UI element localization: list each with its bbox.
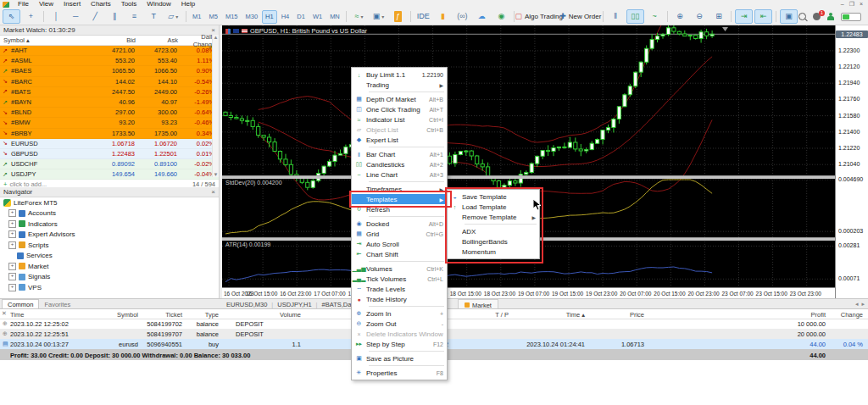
chart-shift-button[interactable]: ⇤: [754, 9, 772, 24]
timeframe-m15[interactable]: M15: [222, 10, 242, 24]
menu-item-load-template[interactable]: ↑Load Template: [448, 202, 539, 212]
pane-splitter[interactable]: [222, 175, 868, 179]
price-axis[interactable]: 1.223001.221201.219401.217601.215801.214…: [835, 25, 868, 298]
fibonacci-tool[interactable]: ≡: [125, 9, 143, 24]
crosshair-tool[interactable]: +: [22, 9, 40, 24]
zoom-in-button[interactable]: ⊕: [670, 9, 688, 24]
menu-item-delete-indicators-window[interactable]: ×Delete Indicators Window: [352, 329, 447, 339]
menu-item-momentum[interactable]: Momentum: [448, 247, 539, 257]
market-watch-row[interactable]: ↗#BAES1065.501066.500.90%: [0, 66, 219, 76]
navigator-titlebar[interactable]: Navigator ×: [0, 187, 219, 197]
expand-icon[interactable]: +: [8, 273, 16, 280]
channel-tool[interactable]: ∥: [106, 9, 124, 24]
trendline-tool[interactable]: ╱: [86, 9, 104, 24]
menu-item-docked[interactable]: ◉DockedAlt+D: [352, 219, 447, 229]
search-icon[interactable]: [798, 13, 806, 20]
time-axis[interactable]: 16 Oct 202316 Oct 15:0016 Oct 23:0017 Oc…: [222, 287, 835, 299]
timeframe-m5[interactable]: M5: [205, 10, 220, 24]
menu-item-buy-limit-1.1[interactable]: ↓Buy Limit 1.11.22190: [352, 69, 447, 80]
menu-item-save-as-picture[interactable]: ▣Save as Picture: [352, 353, 447, 363]
timeframe-w1[interactable]: W1: [309, 10, 326, 24]
close-icon[interactable]: ×: [211, 188, 215, 196]
market-watch-row[interactable]: ↘#BARC144.02144.10-0.54%: [0, 77, 219, 87]
timeframe-m1[interactable]: M1: [189, 10, 204, 24]
cloud-button[interactable]: ☁: [473, 9, 491, 24]
navigator-item-signals[interactable]: +Signals: [0, 272, 219, 283]
timeframe-h4[interactable]: H4: [278, 10, 293, 24]
navigator-item-services[interactable]: Services: [0, 251, 219, 262]
market-watch-row[interactable]: ↗USDJPY149.654149.660-0.04%: [0, 169, 219, 180]
chart-tab-usdjpyh1[interactable]: USDJPY,H1: [273, 301, 315, 308]
menu-item-zoom-out[interactable]: ⊖Zoom Out-: [352, 319, 447, 329]
auto-scroll-button[interactable]: ⇥: [735, 9, 753, 24]
menu-item-zoom-in[interactable]: ⊕Zoom In+: [352, 308, 447, 319]
restore-button[interactable]: ❐: [849, 1, 854, 8]
column-header-ask[interactable]: Ask: [136, 36, 178, 44]
menu-charts[interactable]: Charts: [86, 0, 116, 8]
menu-item-bollingerbands[interactable]: BollingerBands: [448, 236, 539, 247]
menu-item-remove-template[interactable]: Remove Template▶: [448, 212, 539, 222]
menu-item-indicator-list[interactable]: ≈Indicator ListCtrl+I: [352, 114, 447, 125]
menu-item-grid[interactable]: ▦GridCtrl+G: [352, 229, 447, 239]
expand-icon[interactable]: +: [8, 284, 16, 291]
market-watch-row[interactable]: ↗#AHT4721.004723.000.08%: [0, 46, 219, 56]
menu-item-save-template[interactable]: ◒Save Template: [448, 191, 539, 202]
menu-item-candlesticks[interactable]: ▯▯CandlesticksAlt+2: [352, 159, 447, 169]
tile-windows-button[interactable]: ⊞: [709, 9, 727, 24]
expand-icon[interactable]: +: [8, 209, 16, 217]
menu-item-chart-shift[interactable]: ⇤Chart Shift: [352, 249, 447, 259]
menu-insert[interactable]: Insert: [58, 0, 86, 8]
navigator-item-scripts[interactable]: +Scripts: [0, 240, 219, 251]
navigator-item-indicators[interactable]: +Indicators: [0, 219, 219, 230]
minimize-button[interactable]: –: [841, 1, 844, 8]
expand-icon[interactable]: +: [8, 220, 16, 228]
expand-icon[interactable]: +: [8, 230, 16, 238]
menu-item-bar-chart[interactable]: ‖Bar ChartAlt+1: [352, 149, 447, 159]
scripts-button[interactable]: ƒ: [389, 9, 407, 24]
menu-item-tick-volumes[interactable]: ▂▄▂Tick VolumesCtrl+L: [352, 274, 447, 284]
column-header-daily-change[interactable]: Daily Change: [178, 33, 215, 48]
chart-objects-button[interactable]: ▣▾: [370, 9, 387, 24]
pane-splitter[interactable]: [222, 237, 868, 241]
menu-item-trade-history[interactable]: ●Trade History: [352, 294, 447, 304]
menu-help[interactable]: Help: [176, 0, 200, 8]
market-watch-row[interactable]: ↗#BATS2447.502449.00-0.26%: [0, 87, 219, 97]
bar-chart-button[interactable]: ‖: [607, 9, 625, 24]
column-header-bid[interactable]: Bid: [88, 36, 136, 44]
market-watch-row[interactable]: ↘GBPUSD1.224831.225010.01%: [0, 149, 219, 159]
timeframe-h1[interactable]: H1: [262, 10, 277, 24]
expand-icon[interactable]: +: [8, 241, 16, 249]
timeframe-m30[interactable]: M30: [242, 10, 262, 24]
chart-tab-eurusdm30[interactable]: EURUSD,M30: [222, 301, 271, 308]
market-watch-row[interactable]: ↗USDCHF0.890920.89100-0.02%: [0, 159, 219, 169]
indicators-button[interactable]: ≈▾: [350, 9, 368, 24]
metaeditor-button[interactable]: IDE: [415, 9, 432, 24]
market-watch-row[interactable]: ↗#BAYN40.9640.97-1.49%: [0, 97, 219, 108]
market-watch-row[interactable]: ↘#BMW93.2093.23-0.46%: [0, 118, 219, 128]
close-button[interactable]: ×: [860, 1, 863, 8]
community-button[interactable]: ◉: [492, 9, 510, 24]
navigator-item-market[interactable]: +Market: [0, 261, 219, 272]
expand-icon[interactable]: +: [8, 263, 16, 270]
candlesticks-button[interactable]: ▯▯: [626, 9, 644, 24]
menu-item-adx[interactable]: ADX: [448, 226, 539, 236]
algo-trading-button[interactable]: ▢Algo Trading: [518, 9, 560, 24]
menu-item-object-list[interactable]: ▱Object ListCtrl+B: [352, 125, 447, 135]
menu-item-one-click-trading[interactable]: ◫One Click TradingAlt+T: [352, 104, 447, 114]
menu-item-timeframes[interactable]: Timeframes▶: [352, 184, 447, 194]
new-order-button[interactable]: ✚New Order: [562, 9, 599, 24]
menu-item-templates[interactable]: Templates▶: [352, 194, 447, 204]
menu-item-properties[interactable]: ✳PropertiesF8: [352, 368, 447, 378]
market-bag-button[interactable]: ▮: [434, 9, 452, 24]
signals-button[interactable]: (∞): [453, 9, 471, 24]
shapes-tool[interactable]: ▱▾: [164, 9, 182, 24]
menu-item-depth-of-market[interactable]: ▦Depth Of MarketAlt+B: [352, 94, 447, 104]
chart-window[interactable]: GBPUSD, H1: British Pound vs US Dollar S…: [222, 25, 868, 298]
zoom-out-button[interactable]: ⊖: [690, 9, 708, 24]
menu-tools[interactable]: Tools: [116, 0, 142, 8]
menu-file[interactable]: File: [13, 0, 34, 8]
market-watch-row[interactable]: ↗#ASML553.20553.401.11%: [0, 56, 219, 66]
menu-window[interactable]: Window: [142, 0, 175, 8]
navigator-item-vps[interactable]: +VPS: [0, 282, 219, 293]
menu-view[interactable]: View: [34, 0, 58, 8]
